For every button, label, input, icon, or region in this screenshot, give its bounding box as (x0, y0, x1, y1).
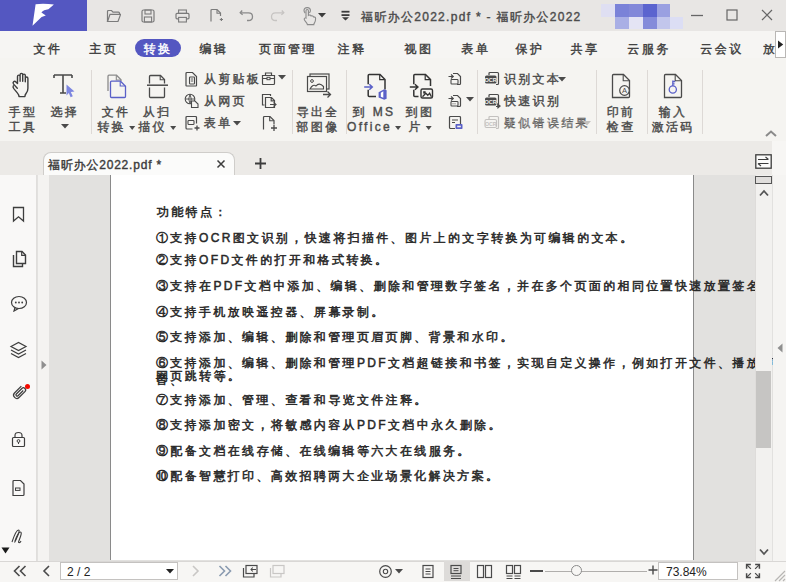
svg-text:OCR: OCR (485, 121, 497, 127)
svg-text:OCR: OCR (484, 77, 496, 83)
svg-text:A: A (622, 86, 627, 95)
svg-text:OCR: OCR (484, 99, 496, 105)
